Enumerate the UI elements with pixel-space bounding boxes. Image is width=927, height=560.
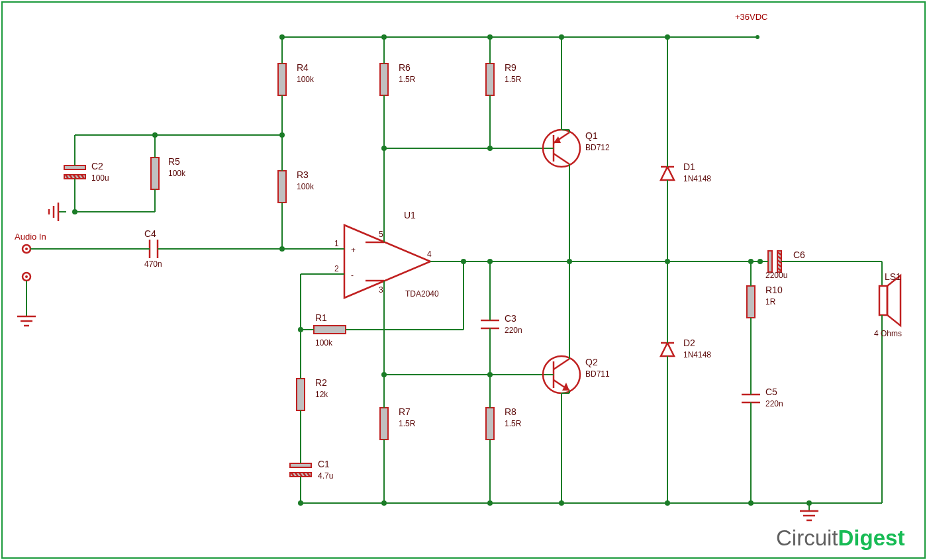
u1-name: U1 — [404, 210, 416, 220]
r1-name: R1 — [315, 312, 327, 323]
resistor-r2-icon — [297, 371, 305, 418]
vcc-rail-label: +36VDC — [735, 12, 768, 22]
transistor-q1-icon — [543, 130, 580, 167]
r6-name: R6 — [399, 62, 411, 73]
r5-value: 100k — [168, 169, 186, 178]
svg-line-99 — [554, 154, 569, 164]
c6-value: 2200u — [765, 271, 787, 280]
audio-in-terminal[interactable] — [23, 245, 30, 253]
q2-name: Q2 — [585, 357, 598, 367]
q1-name: Q1 — [585, 130, 598, 141]
svg-point-159 — [559, 500, 564, 506]
c5-name: C5 — [765, 387, 777, 397]
svg-point-160 — [665, 500, 670, 506]
svg-text:-: - — [351, 271, 354, 280]
r7-name: R7 — [399, 406, 411, 417]
r6-value: 1.5R — [399, 75, 416, 84]
q2-part: BD711 — [585, 369, 610, 379]
c3-value: 220n — [505, 326, 522, 335]
c4-value: 470n — [144, 259, 162, 269]
ls1-name: LS1 — [885, 271, 901, 282]
d1-name: D1 — [683, 162, 695, 172]
diode-d2-icon — [661, 335, 674, 364]
resistor-r3-icon — [278, 163, 286, 210]
svg-text:3: 3 — [379, 285, 383, 295]
opamp-u1-icon — [340, 225, 464, 298]
resistor-r1-icon — [306, 326, 354, 334]
svg-text:2: 2 — [334, 264, 339, 273]
c4-name: C4 — [144, 228, 156, 239]
capacitor-c3-icon — [481, 311, 499, 338]
r2-value: 12k — [315, 390, 328, 399]
svg-text:4: 4 — [427, 250, 432, 259]
svg-point-53 — [756, 35, 759, 39]
ground-icon — [800, 503, 818, 520]
diode-d1-icon — [661, 159, 674, 188]
capacitor-c1-icon — [290, 455, 311, 485]
r8-name: R8 — [505, 406, 516, 417]
resistor-r5-icon — [151, 150, 159, 197]
d2-part: 1N4148 — [683, 350, 711, 359]
r5-name: R5 — [168, 156, 180, 167]
svg-text:5: 5 — [379, 230, 383, 239]
input-ground-terminal[interactable] — [23, 273, 30, 281]
r4-name: R4 — [297, 62, 309, 73]
q1-part: BD712 — [585, 143, 610, 152]
r7-value: 1.5R — [399, 419, 416, 428]
r2-name: R2 — [315, 377, 327, 388]
svg-text:+: + — [351, 246, 356, 255]
resistor-r4-icon — [278, 56, 286, 103]
r1-value: 100k — [315, 338, 333, 348]
c1-value: 4.7u — [318, 471, 333, 481]
svg-point-94 — [487, 146, 493, 151]
svg-marker-72 — [344, 225, 430, 298]
resistor-r10-icon — [747, 278, 755, 326]
capacitor-c4-icon — [140, 240, 167, 258]
svg-point-161 — [748, 500, 754, 506]
r4-value: 100k — [297, 75, 315, 84]
audio-in-label: Audio In — [15, 232, 46, 242]
ls1-value: 4 Ohms — [874, 329, 902, 338]
svg-line-117 — [554, 359, 569, 369]
d1-part: 1N4148 — [683, 174, 711, 183]
svg-point-157 — [381, 500, 387, 506]
c5-value: 220n — [765, 399, 783, 408]
c2-value: 100u — [91, 173, 109, 183]
ground-icon — [49, 203, 66, 221]
c6-name: C6 — [793, 250, 805, 260]
ground-icon — [17, 308, 36, 326]
resistor-r7-icon — [380, 400, 388, 447]
r9-value: 1.5R — [505, 75, 522, 84]
c1-name: C1 — [318, 459, 330, 469]
r8-value: 1.5R — [505, 419, 522, 428]
d2-name: D2 — [683, 338, 695, 348]
r10-name: R10 — [765, 285, 783, 295]
resistor-r9-icon — [486, 56, 494, 103]
svg-point-156 — [298, 500, 303, 506]
resistor-r6-icon — [380, 56, 388, 103]
transistor-q2-icon — [543, 356, 580, 393]
r3-name: R3 — [297, 169, 309, 180]
capacitor-c2-icon — [64, 158, 85, 187]
svg-text:1: 1 — [334, 239, 339, 248]
resistor-r8-icon — [486, 400, 494, 447]
capacitor-c5-icon — [742, 385, 760, 412]
r10-value: 1R — [765, 297, 776, 306]
c2-name: C2 — [91, 161, 103, 171]
u1-part: TDA2040 — [405, 289, 439, 299]
svg-point-158 — [487, 500, 493, 506]
capacitor-c6-icon — [760, 251, 789, 272]
svg-point-148 — [757, 259, 763, 264]
logo-text: CircuitDigest — [776, 526, 904, 550]
r9-name: R9 — [505, 62, 516, 73]
c3-name: C3 — [505, 313, 516, 324]
r3-value: 100k — [297, 182, 315, 191]
svg-point-64 — [72, 209, 77, 214]
